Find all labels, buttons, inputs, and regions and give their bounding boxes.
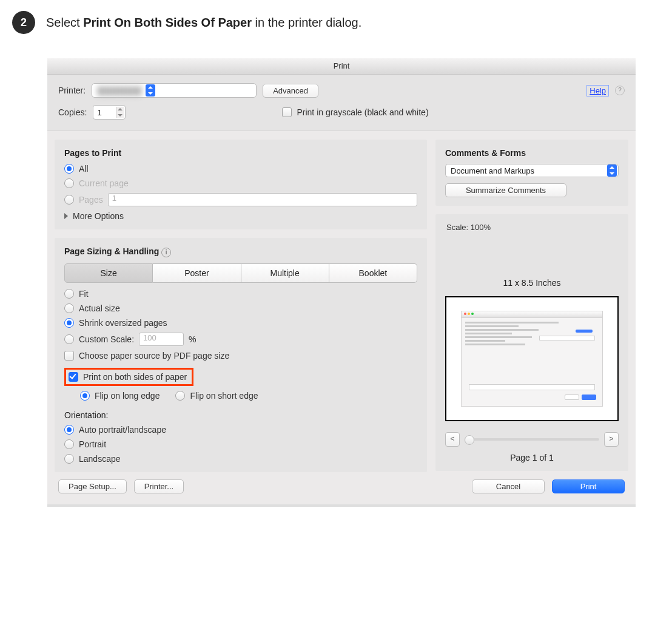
page-dimensions: 11 x 8.5 Inches — [445, 278, 619, 288]
print-dialog-screenshot: Print Printer: ████████ Advanced Help ? … — [47, 58, 636, 507]
page-sizing-panel: Page Sizing & Handling i Size Poster Mul… — [55, 238, 427, 472]
actual-size-radio[interactable]: Actual size — [64, 303, 120, 313]
prev-page-button[interactable]: < — [445, 432, 460, 447]
auto-orientation-label: Auto portrait/landscape — [79, 425, 166, 435]
pages-current-radio[interactable]: Current page — [64, 178, 129, 188]
step-text-suffix: in the printer dialog. — [252, 16, 361, 29]
page-counter: Page 1 of 1 — [445, 453, 619, 462]
flip-short-label: Flip on short edge — [190, 391, 258, 401]
fit-label: Fit — [79, 289, 89, 299]
dialog-title: Print — [47, 58, 636, 75]
custom-scale-radio[interactable]: Custom Scale: — [64, 334, 134, 344]
disclosure-arrow-icon — [64, 213, 68, 219]
pages-all-label: All — [79, 164, 89, 174]
radio-icon — [64, 454, 74, 464]
both-sides-label: Print on both sides of paper — [83, 372, 187, 382]
flip-short-radio[interactable]: Flip on short edge — [175, 391, 258, 401]
pages-range-radio[interactable]: Pages — [64, 195, 103, 205]
grayscale-label: Print in grayscale (black and white) — [297, 107, 428, 117]
copies-label: Copies: — [58, 107, 87, 117]
checkbox-icon — [69, 372, 78, 382]
printer-button[interactable]: Printer... — [134, 479, 184, 493]
print-button[interactable]: Print — [552, 479, 625, 493]
more-options-label: More Options — [73, 211, 124, 221]
percent-label: % — [189, 334, 196, 344]
radio-icon — [64, 303, 74, 313]
pages-current-label: Current page — [79, 178, 129, 188]
preview-content — [461, 311, 603, 407]
radio-icon — [64, 289, 74, 299]
portrait-radio[interactable]: Portrait — [64, 439, 106, 449]
radio-icon — [64, 318, 74, 328]
radio-icon — [175, 391, 185, 401]
flip-long-radio[interactable]: Flip on long edge — [80, 391, 160, 401]
custom-scale-input[interactable]: 100 — [139, 333, 184, 346]
orientation-label: Orientation: — [64, 410, 108, 420]
pages-to-print-panel: Pages to Print All Current page — [55, 140, 427, 229]
radio-icon — [80, 391, 90, 401]
checkbox-icon — [282, 107, 292, 117]
preview-panel: Scale: 100% 11 x 8.5 Inches — [435, 214, 628, 471]
landscape-radio[interactable]: Landscape — [64, 454, 121, 464]
step-instruction: Select Print On Both Sides Of Paper in t… — [46, 16, 361, 30]
page-sizing-header: Page Sizing & Handling i — [64, 246, 417, 257]
shrink-radio[interactable]: Shrink oversized pages — [64, 318, 167, 328]
radio-icon — [64, 425, 74, 435]
more-options-disclosure[interactable]: More Options — [64, 211, 417, 221]
tab-poster[interactable]: Poster — [153, 263, 241, 283]
copies-stepper[interactable]: 1 — [93, 105, 126, 120]
radio-icon — [64, 178, 74, 188]
chevron-updown-icon — [146, 84, 155, 97]
copies-value: 1 — [97, 108, 101, 117]
pages-range-label: Pages — [79, 195, 103, 205]
advanced-button[interactable]: Advanced — [263, 84, 318, 98]
shrink-label: Shrink oversized pages — [79, 318, 167, 328]
comments-forms-value: Document and Markups — [451, 166, 534, 175]
comments-forms-select[interactable]: Document and Markups — [445, 164, 619, 177]
pages-range-input[interactable]: 1 — [108, 193, 417, 206]
page-sizing-header-text: Page Sizing & Handling — [64, 246, 159, 256]
both-sides-checkbox[interactable]: Print on both sides of paper — [69, 372, 187, 382]
comments-forms-panel: Comments & Forms Document and Markups Su… — [435, 140, 628, 206]
actual-size-label: Actual size — [79, 303, 120, 313]
grayscale-checkbox[interactable]: Print in grayscale (black and white) — [282, 107, 428, 117]
fit-radio[interactable]: Fit — [64, 289, 89, 299]
page-preview — [445, 296, 619, 421]
step-text-bold: Print On Both Sides Of Paper — [83, 16, 252, 29]
auto-orientation-radio[interactable]: Auto portrait/landscape — [64, 425, 166, 435]
comments-forms-header: Comments & Forms — [445, 148, 619, 158]
chevron-updown-icon — [607, 164, 617, 177]
pages-all-radio[interactable]: All — [64, 164, 89, 174]
summarize-comments-button[interactable]: Summarize Comments — [445, 183, 566, 197]
stepper-updown-icon — [116, 107, 124, 118]
help-icon[interactable]: ? — [615, 86, 625, 95]
info-icon[interactable]: i — [161, 248, 171, 257]
radio-icon — [64, 195, 74, 205]
step-row: 2 Select Print On Both Sides Of Paper in… — [12, 11, 660, 34]
printer-select[interactable]: ████████ — [92, 83, 257, 98]
dialog-footer: Page Setup... Printer... Cancel Print — [47, 472, 636, 504]
custom-scale-label: Custom Scale: — [79, 334, 134, 344]
flip-long-label: Flip on long edge — [95, 391, 160, 401]
next-page-button[interactable]: > — [604, 432, 619, 447]
page-setup-button[interactable]: Page Setup... — [58, 479, 127, 493]
step-text-prefix: Select — [46, 16, 83, 29]
printer-label: Printer: — [58, 86, 86, 95]
landscape-label: Landscape — [79, 454, 121, 464]
paper-source-label: Choose paper source by PDF page size — [79, 351, 229, 361]
tab-booklet[interactable]: Booklet — [329, 263, 417, 283]
portrait-label: Portrait — [79, 439, 106, 449]
scale-label: Scale: 100% — [445, 223, 619, 235]
radio-icon — [64, 164, 74, 174]
paper-source-checkbox[interactable]: Choose paper source by PDF page size — [64, 351, 229, 361]
page-slider[interactable] — [465, 438, 599, 441]
tab-multiple[interactable]: Multiple — [241, 263, 329, 283]
pages-to-print-header: Pages to Print — [64, 148, 417, 158]
tab-size[interactable]: Size — [64, 263, 153, 283]
step-number-badge: 2 — [12, 11, 35, 34]
cancel-button[interactable]: Cancel — [472, 479, 545, 493]
help-link[interactable]: Help — [586, 85, 609, 97]
radio-icon — [64, 439, 74, 449]
checkbox-icon — [64, 351, 74, 361]
sizing-segmented-control: Size Poster Multiple Booklet — [64, 263, 417, 283]
